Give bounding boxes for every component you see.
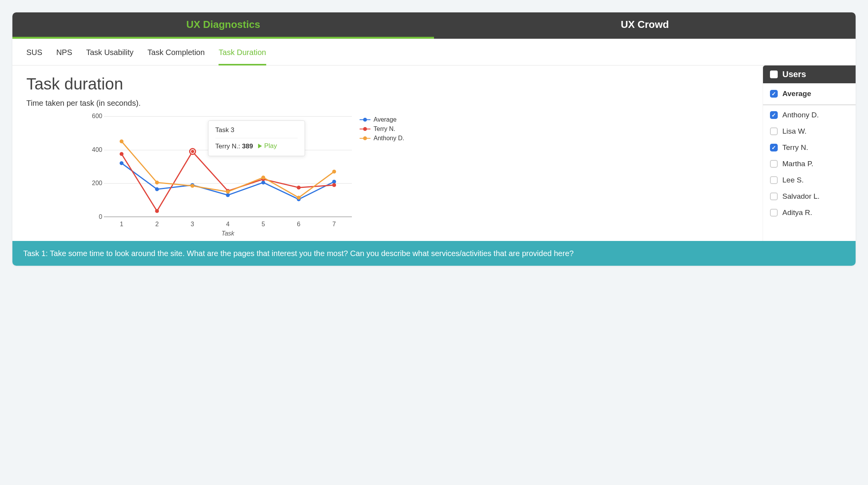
legend-item[interactable]: Average [360, 116, 404, 123]
user-item-average[interactable]: Average [763, 86, 856, 105]
x-tick: 2 [139, 221, 174, 228]
legend-label: Average [374, 116, 396, 123]
x-tick: 4 [210, 221, 245, 228]
chart-legend: AverageTerry N.Anthony D. [360, 116, 404, 144]
user-item-lisa-w-[interactable]: Lisa W. [763, 123, 856, 139]
app-window: UX DiagnosticsUX Crowd SUSNPSTask Usabil… [12, 12, 856, 266]
x-axis: 1234567 [104, 217, 352, 228]
user-label: Martha P. [782, 160, 813, 168]
x-tick: 1 [104, 221, 139, 228]
data-point[interactable] [120, 152, 124, 156]
user-label: Average [782, 89, 811, 98]
user-checkbox[interactable] [770, 193, 778, 200]
legend-swatch [360, 129, 370, 129]
data-point[interactable] [155, 181, 159, 184]
user-item-salvador-l-[interactable]: Salvador L. [763, 188, 856, 205]
sub-nav: SUSNPSTask UsabilityTask CompletionTask … [12, 39, 856, 65]
tooltip-play-label: Play [264, 142, 277, 150]
x-axis-label: Task [104, 230, 352, 237]
top-tab-bar: UX DiagnosticsUX Crowd [12, 12, 856, 39]
users-header[interactable]: Users [763, 65, 856, 83]
x-tick: 5 [246, 221, 281, 228]
data-point[interactable] [297, 196, 301, 200]
sub-tab-sus[interactable]: SUS [26, 44, 42, 65]
data-point[interactable] [332, 180, 336, 184]
data-point[interactable] [191, 184, 195, 188]
legend-item[interactable]: Terry N. [360, 126, 404, 132]
data-point[interactable] [332, 183, 336, 187]
chart-wrap: 0200400600 1234567 Task Task 3 Terry N.:… [26, 116, 749, 237]
user-item-lee-s-[interactable]: Lee S. [763, 172, 856, 188]
top-tab-ux-diagnostics[interactable]: UX Diagnostics [12, 12, 434, 39]
main-content: Task duration Time taken per task (in se… [12, 65, 763, 241]
x-tick: 7 [317, 221, 352, 228]
data-point[interactable] [155, 209, 159, 213]
x-tick: 6 [281, 221, 316, 228]
sub-tab-task-usability[interactable]: Task Usability [86, 44, 133, 65]
user-label: Aditya R. [782, 208, 812, 217]
users-header-label: Users [782, 69, 806, 79]
highlighted-point[interactable] [189, 148, 196, 155]
tooltip-title: Task 3 [215, 126, 298, 134]
user-checkbox[interactable] [770, 176, 778, 184]
y-tick: 200 [92, 180, 102, 187]
data-point[interactable] [226, 193, 230, 197]
data-point[interactable] [120, 161, 124, 165]
user-checkbox[interactable] [770, 144, 778, 151]
page-subtitle: Time taken per task (in seconds). [26, 99, 749, 108]
users-sidebar: Users AverageAnthony D.Lisa W.Terry N.Ma… [763, 65, 856, 241]
sub-tab-nps[interactable]: NPS [56, 44, 72, 65]
series-line-terry-n- [122, 151, 334, 211]
user-checkbox[interactable] [770, 209, 778, 217]
sub-tab-task-duration[interactable]: Task Duration [219, 44, 266, 65]
user-label: Anthony D. [782, 111, 819, 119]
legend-label: Terry N. [374, 126, 395, 132]
user-label: Salvador L. [782, 192, 820, 201]
data-point[interactable] [297, 186, 301, 189]
user-item-aditya-r-[interactable]: Aditya R. [763, 205, 856, 221]
data-point[interactable] [261, 175, 265, 179]
legend-label: Anthony D. [374, 135, 404, 142]
legend-swatch [360, 138, 370, 139]
top-tab-ux-crowd[interactable]: UX Crowd [434, 12, 856, 39]
legend-swatch [360, 119, 370, 120]
body-row: Task duration Time taken per task (in se… [12, 65, 856, 241]
y-tick: 0 [99, 213, 102, 220]
legend-item[interactable]: Anthony D. [360, 135, 404, 142]
users-list: AverageAnthony D.Lisa W.Terry N.Martha P… [763, 83, 856, 223]
data-point[interactable] [261, 181, 265, 184]
user-item-anthony-d-[interactable]: Anthony D. [763, 107, 856, 123]
data-point[interactable] [155, 187, 159, 191]
data-point[interactable] [120, 139, 124, 143]
tooltip-row: Terry N.: 389 Play [215, 142, 298, 150]
tooltip-play-button[interactable]: Play [258, 142, 277, 150]
user-label: Lee S. [782, 176, 804, 184]
y-tick: 600 [92, 113, 102, 120]
user-label: Lisa W. [782, 127, 806, 136]
grid-line [104, 217, 352, 217]
data-point[interactable] [226, 190, 230, 194]
chart-tooltip: Task 3 Terry N.: 389 Play [208, 120, 305, 156]
sub-tab-task-completion[interactable]: Task Completion [148, 44, 205, 65]
tooltip-value: 389 [242, 143, 253, 150]
data-point[interactable] [332, 170, 336, 174]
user-checkbox[interactable] [770, 90, 778, 98]
y-tick: 400 [92, 146, 102, 153]
task-banner: Task 1: Take some time to look around th… [12, 241, 856, 266]
user-item-terry-n-[interactable]: Terry N. [763, 139, 856, 156]
page-title: Task duration [26, 75, 749, 93]
user-checkbox[interactable] [770, 160, 778, 168]
users-master-checkbox[interactable] [770, 71, 778, 78]
chart-area: 0200400600 1234567 Task Task 3 Terry N.:… [104, 116, 352, 237]
user-checkbox[interactable] [770, 127, 778, 135]
user-checkbox[interactable] [770, 111, 778, 119]
tooltip-user: Terry N. [215, 143, 239, 150]
user-item-martha-p-[interactable]: Martha P. [763, 156, 856, 172]
y-axis: 0200400600 [83, 116, 102, 222]
x-tick: 3 [175, 221, 210, 228]
user-label: Terry N. [782, 143, 808, 152]
play-icon [258, 144, 262, 148]
